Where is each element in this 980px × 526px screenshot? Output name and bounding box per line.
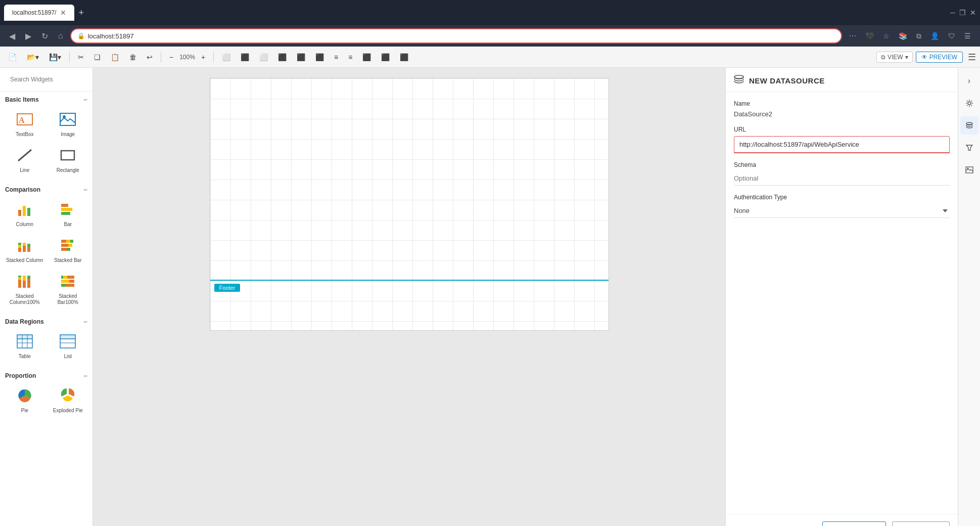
- align-v-center-button[interactable]: ⬛: [311, 51, 328, 63]
- auth-select[interactable]: None Basic Bearer Token API Key: [734, 204, 950, 218]
- new-button[interactable]: 📄: [4, 51, 21, 63]
- widget-pie[interactable]: Pie: [4, 384, 45, 418]
- refresh-button[interactable]: ↻: [38, 29, 51, 43]
- widget-rectangle[interactable]: Rectangle: [48, 144, 89, 178]
- bookmarks-button[interactable]: 📚: [896, 30, 910, 41]
- distribute-v-button[interactable]: ≡: [344, 51, 356, 63]
- zoom-in-button[interactable]: +: [197, 51, 209, 63]
- paste-button[interactable]: 📋: [107, 51, 123, 63]
- svg-rect-13: [18, 245, 21, 248]
- widget-table[interactable]: Table: [4, 330, 45, 364]
- canvas-container: Footer Row Groups Column Groups: [93, 68, 725, 526]
- tab-title: localhost:51897/: [12, 9, 56, 16]
- datasource-header-icon: [734, 75, 744, 86]
- tab-close-button[interactable]: ✕: [60, 9, 66, 17]
- align-center-button[interactable]: ⬛: [237, 51, 253, 63]
- widget-stacked-column[interactable]: Stacked Column: [4, 234, 45, 268]
- align-left-button[interactable]: ⬜: [218, 51, 235, 63]
- name-field-label: Name: [734, 100, 950, 107]
- panel-footer: CONNECT CANCEL: [726, 514, 958, 526]
- forward-button[interactable]: ▶: [22, 29, 34, 43]
- schema-field-group: Schema: [734, 161, 950, 186]
- comparison-grid: Column Bar Stacked Column: [0, 196, 92, 314]
- search-widgets-input[interactable]: [5, 72, 91, 87]
- settings-panel-button[interactable]: [960, 94, 978, 112]
- widget-column[interactable]: Column: [4, 198, 45, 232]
- widget-list[interactable]: List: [48, 330, 89, 364]
- cancel-button[interactable]: CANCEL: [892, 521, 950, 526]
- schema-input[interactable]: [734, 171, 950, 186]
- stacked-column-label: Stacked Column: [6, 257, 43, 264]
- data-regions-grid: Table List: [0, 328, 92, 368]
- filter-panel-button[interactable]: [960, 139, 978, 157]
- window-close-button[interactable]: ✕: [970, 9, 976, 17]
- app-container: 📄 📂▾ 💾▾ ✂ ❏ 📋 🗑 ↩ − 100% + ⬜ ⬛ ⬜ ⬛ ⬛ ⬛ ≡…: [0, 47, 980, 526]
- align-right-button[interactable]: ⬜: [255, 51, 272, 63]
- widget-stacked-bar100[interactable]: Stacked Bar100%: [48, 270, 89, 310]
- widget-exploded-pie[interactable]: Exploded Pie: [48, 384, 89, 418]
- copy-button[interactable]: ❏: [90, 51, 105, 63]
- delete-button[interactable]: 🗑: [125, 51, 141, 63]
- url-input[interactable]: [734, 136, 950, 153]
- view-button[interactable]: ⧉ VIEW ▾: [876, 52, 913, 63]
- widget-textbox[interactable]: A TextBox: [4, 108, 45, 142]
- shield-button[interactable]: 🛡: [945, 30, 958, 41]
- url-field-label: URL: [734, 126, 950, 133]
- nav-bar: ◀ ▶ ↻ ⌂ 🔒 ⋯ 🖤 ☆ 📚 ⧉ 👤 🛡 ☰: [0, 25, 980, 47]
- back-button[interactable]: ◀: [6, 29, 18, 43]
- widget-image[interactable]: Image: [48, 108, 89, 142]
- exploded-pie-label: Exploded Pie: [53, 408, 83, 414]
- canvas-main[interactable]: Footer: [93, 68, 725, 526]
- image-panel-button[interactable]: [960, 161, 978, 179]
- footer-band: Footer: [210, 280, 609, 295]
- size-button[interactable]: ⬛: [396, 51, 412, 63]
- section-comparison-toggle[interactable]: −: [83, 186, 87, 194]
- view-label: VIEW: [888, 54, 903, 61]
- widget-stacked-column100[interactable]: Stacked Column100%: [4, 270, 45, 310]
- pocket-button[interactable]: 🖤: [862, 30, 877, 41]
- tab-sync-button[interactable]: ⧉: [913, 30, 924, 42]
- main-area: 🔍 Basic Items − A TextBox Image: [0, 68, 980, 526]
- svg-rect-8: [27, 208, 30, 216]
- svg-rect-14: [18, 243, 21, 245]
- send-back-button[interactable]: ⬛: [377, 51, 394, 63]
- zoom-out-button[interactable]: −: [165, 51, 177, 63]
- extensions-button[interactable]: ⋯: [846, 30, 859, 41]
- basic-items-grid: A TextBox Image Line: [0, 106, 92, 182]
- column-label: Column: [16, 222, 33, 228]
- address-bar-input[interactable]: [88, 32, 835, 40]
- widget-stacked-bar[interactable]: Stacked Bar: [48, 234, 89, 268]
- open-button[interactable]: 📂▾: [23, 51, 43, 63]
- database-panel-button[interactable]: [960, 116, 978, 135]
- browser-tab[interactable]: localhost:51897/ ✕: [4, 5, 74, 21]
- section-basic-items-toggle[interactable]: −: [83, 96, 87, 104]
- canvas-page[interactable]: Footer: [210, 78, 609, 331]
- align-bottom-button[interactable]: ⬛: [293, 51, 309, 63]
- window-minimize-button[interactable]: ─: [950, 9, 955, 17]
- cut-button[interactable]: ✂: [74, 51, 88, 63]
- svg-rect-24: [61, 248, 67, 251]
- account-button[interactable]: 👤: [927, 30, 942, 41]
- widget-line[interactable]: Line: [4, 144, 45, 178]
- new-tab-button[interactable]: +: [74, 6, 88, 20]
- section-data-regions-toggle[interactable]: −: [83, 318, 87, 326]
- toolbar-more-button[interactable]: ☰: [968, 52, 976, 63]
- save-button[interactable]: 💾▾: [45, 51, 65, 63]
- stacked-bar100-icon: [59, 274, 76, 291]
- home-button[interactable]: ⌂: [55, 29, 66, 42]
- svg-rect-32: [27, 276, 30, 279]
- align-top-button[interactable]: ⬛: [274, 51, 291, 63]
- widget-bar[interactable]: Bar: [48, 198, 89, 232]
- expand-panel-button[interactable]: ›: [960, 72, 978, 90]
- footer-label: Footer: [214, 284, 241, 292]
- bring-front-button[interactable]: ⬛: [358, 51, 375, 63]
- window-restore-button[interactable]: ❐: [959, 9, 966, 17]
- bookmark-button[interactable]: ☆: [880, 30, 893, 41]
- stacked-column-icon: [16, 238, 33, 255]
- connect-button[interactable]: CONNECT: [822, 521, 886, 526]
- preview-button[interactable]: 👁 PREVIEW: [916, 52, 963, 63]
- undo-button[interactable]: ↩: [143, 51, 157, 63]
- distribute-h-button[interactable]: ≡: [330, 51, 342, 63]
- menu-button[interactable]: ☰: [961, 30, 974, 41]
- section-proportion-toggle[interactable]: −: [83, 372, 87, 380]
